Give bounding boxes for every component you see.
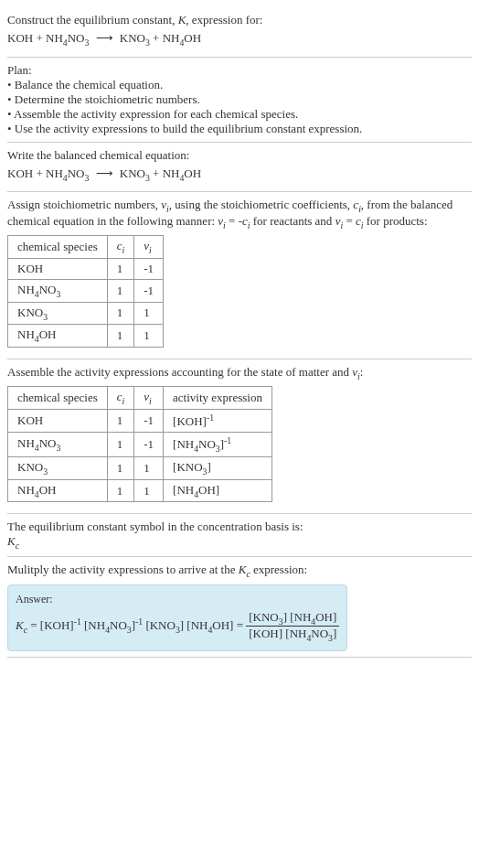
plan-list: Balance the chemical equation. Determine… <box>7 78 472 136</box>
table-header-row: chemical species ci νi <box>8 236 164 259</box>
cell-ci: 1 <box>107 479 134 502</box>
col-activity: activity expression <box>164 387 272 410</box>
activity-intro: Assemble the activity expressions accoun… <box>7 365 472 381</box>
cell-vi: -1 <box>134 279 164 302</box>
cell-species: NH4OH <box>8 325 108 348</box>
cell-ci: 1 <box>107 457 134 480</box>
cell-species: KNO3 <box>8 457 108 480</box>
cell-vi: 1 <box>134 302 164 325</box>
header-equation: KOH + NH4NO3 ⟶ KNO3 + NH4OH <box>7 31 472 48</box>
cell-vi: 1 <box>134 457 164 480</box>
col-species: chemical species <box>8 387 108 410</box>
symbol-section: The equilibrium constant symbol in the c… <box>7 514 472 557</box>
balanced-title: Write the balanced chemical equation: <box>7 148 472 163</box>
col-vi: νi <box>134 236 164 259</box>
table-header-row: chemical species ci νi activity expressi… <box>8 387 272 410</box>
cell-vi: -1 <box>134 433 164 457</box>
cell-ci: 1 <box>107 325 134 348</box>
table-row: KOH 1 -1 <box>8 258 164 279</box>
cell-ci: 1 <box>107 302 134 325</box>
table-row: KNO3 1 1 [KNO3] <box>8 457 272 480</box>
table-row: KOH 1 -1 [KOH]-1 <box>8 409 272 432</box>
answer-label: Answer: <box>16 593 339 606</box>
col-ci: ci <box>107 236 134 259</box>
plan-section: Plan: Balance the chemical equation. Det… <box>7 58 472 143</box>
cell-species: KNO3 <box>8 302 108 325</box>
header-section: Construct the equilibrium constant, K, e… <box>7 7 472 58</box>
symbol-line1: The equilibrium constant symbol in the c… <box>7 520 472 534</box>
answer-box: Answer: Kc = [KOH]-1 [NH4NO3]-1 [KNO3] [… <box>7 584 347 651</box>
table-row: KNO3 1 1 <box>8 302 164 325</box>
cell-activity: [KNO3] <box>164 457 272 480</box>
col-species: chemical species <box>8 236 108 259</box>
plan-title: Plan: <box>7 63 472 78</box>
symbol-line2: Kc <box>7 534 472 551</box>
multiply-line: Mulitply the activity expressions to arr… <box>7 563 472 579</box>
stoich-section: Assign stoichiometric numbers, νi, using… <box>7 192 472 359</box>
plan-item: Use the activity expressions to build th… <box>7 122 472 136</box>
stoich-table: chemical species ci νi KOH 1 -1 NH4NO3 1… <box>7 235 164 347</box>
plan-item: Assemble the activity expression for eac… <box>7 107 472 122</box>
cell-activity: [NH4NO3]-1 <box>164 433 272 457</box>
cell-vi: -1 <box>134 258 164 279</box>
balanced-section: Write the balanced chemical equation: KO… <box>7 143 472 193</box>
header-line: Construct the equilibrium constant, K, e… <box>7 13 472 27</box>
activity-table: chemical species ci νi activity expressi… <box>7 386 272 502</box>
stoich-intro: Assign stoichiometric numbers, νi, using… <box>7 198 472 230</box>
cell-ci: 1 <box>107 279 134 302</box>
col-vi: νi <box>134 387 164 410</box>
table-row: NH4NO3 1 -1 [NH4NO3]-1 <box>8 433 272 457</box>
activity-section: Assemble the activity expressions accoun… <box>7 359 472 515</box>
balanced-equation: KOH + NH4NO3 ⟶ KNO3 + NH4OH <box>7 166 472 183</box>
cell-ci: 1 <box>107 409 134 432</box>
answer-expression: Kc = [KOH]-1 [NH4NO3]-1 [KNO3] [NH4OH] =… <box>16 610 339 643</box>
table-row: NH4OH 1 1 <box>8 325 164 348</box>
multiply-section: Mulitply the activity expressions to arr… <box>7 557 472 658</box>
plan-item: Balance the chemical equation. <box>7 78 472 92</box>
cell-species: NH4OH <box>8 479 108 502</box>
cell-species: KOH <box>8 409 108 432</box>
table-row: NH4OH 1 1 [NH4OH] <box>8 479 272 502</box>
cell-species: NH4NO3 <box>8 279 108 302</box>
cell-activity: [KOH]-1 <box>164 409 272 432</box>
cell-species: NH4NO3 <box>8 433 108 457</box>
cell-vi: 1 <box>134 479 164 502</box>
plan-item: Determine the stoichiometric numbers. <box>7 92 472 107</box>
col-ci: ci <box>107 387 134 410</box>
cell-vi: -1 <box>134 409 164 432</box>
cell-species: KOH <box>8 258 108 279</box>
cell-vi: 1 <box>134 325 164 348</box>
cell-ci: 1 <box>107 258 134 279</box>
cell-ci: 1 <box>107 433 134 457</box>
cell-activity: [NH4OH] <box>164 479 272 502</box>
table-row: NH4NO3 1 -1 <box>8 279 164 302</box>
